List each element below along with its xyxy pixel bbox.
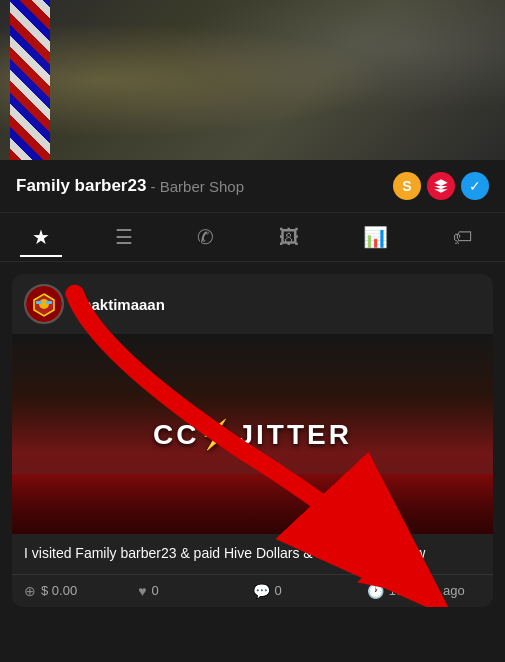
cc-jitter-text: CC⚡JITTER: [153, 418, 352, 451]
list-icon: ☰: [115, 225, 133, 249]
time-action: 🕐 16 hours ago: [367, 583, 481, 599]
steem-badge[interactable]: S: [393, 172, 421, 200]
star-icon: ★: [32, 225, 50, 249]
tab-featured[interactable]: ★: [20, 221, 62, 257]
verified-badge[interactable]: ✓: [461, 172, 489, 200]
profile-title: Family barber23 - Barber Shop: [16, 176, 244, 196]
vote-value: $ 0.00: [41, 583, 77, 598]
svg-rect-3: [36, 301, 42, 304]
nav-tabs: ★ ☰ ✆ 🖼 📊 🏷: [0, 213, 505, 262]
profile-type: Barber Shop: [160, 178, 244, 195]
tab-stats[interactable]: 📊: [351, 221, 400, 257]
vote-action[interactable]: ⊕ $ 0.00: [24, 583, 138, 599]
tab-tags[interactable]: 🏷: [441, 222, 485, 257]
comments-action[interactable]: 💬 0: [253, 583, 367, 599]
likes-count: 0: [152, 583, 159, 598]
heart-icon: ♥: [138, 583, 146, 599]
chart-icon: 📊: [363, 225, 388, 249]
post-author: shaktimaaan: [12, 274, 493, 334]
post-image: CC⚡JITTER: [12, 334, 493, 534]
tab-posts[interactable]: ☰: [103, 221, 145, 257]
profile-separator: -: [146, 178, 159, 195]
post-card: shaktimaaan CC⚡JITTER I visited Family b…: [12, 274, 493, 607]
post-text: I visited Family barber23 & paid Hive Do…: [12, 534, 493, 574]
likes-action[interactable]: ♥ 0: [138, 583, 252, 599]
store-front-decoration: [12, 474, 493, 534]
profile-name: Family barber23: [16, 176, 146, 196]
profile-header: Family barber23 - Barber Shop S ✓: [0, 160, 505, 213]
hero-image: [0, 0, 505, 160]
post-time: 16 hours ago: [389, 583, 465, 598]
photo-icon: 🖼: [279, 226, 299, 249]
hive-badge[interactable]: [427, 172, 455, 200]
phone-icon: ✆: [197, 225, 214, 249]
comments-count: 0: [275, 583, 282, 598]
tab-contact[interactable]: ✆: [185, 221, 226, 257]
tab-photos[interactable]: 🖼: [267, 222, 311, 257]
author-name: shaktimaaan: [74, 296, 165, 313]
upvote-icon: ⊕: [24, 583, 36, 599]
post-actions: ⊕ $ 0.00 ♥ 0 💬 0 🕐 16 hours ago: [12, 574, 493, 607]
clock-icon: 🕐: [367, 583, 384, 599]
svg-rect-4: [46, 301, 52, 304]
cc-jitter-sign: CC⚡JITTER: [153, 418, 352, 451]
tag-icon: 🏷: [453, 226, 473, 249]
profile-badges: S ✓: [393, 172, 489, 200]
content-area: shaktimaaan CC⚡JITTER I visited Family b…: [0, 274, 505, 607]
author-avatar: [24, 284, 64, 324]
comment-icon: 💬: [253, 583, 270, 599]
